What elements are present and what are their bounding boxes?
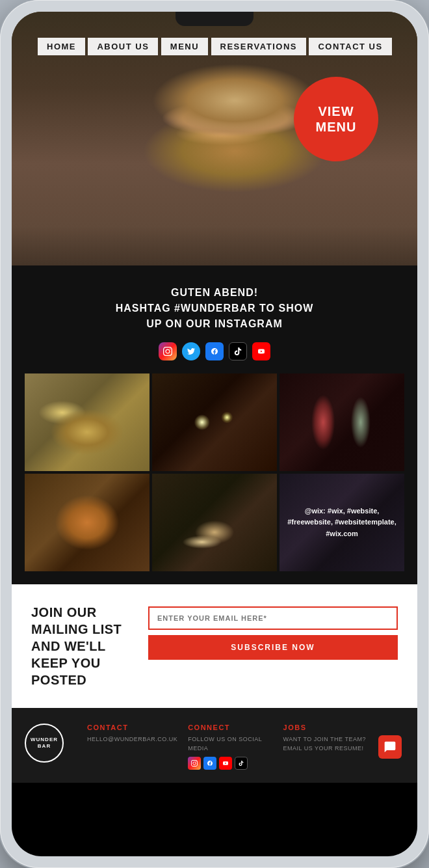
photo-drinks[interactable] (280, 373, 404, 471)
footer-instagram-icon[interactable] (188, 757, 201, 770)
photo-party[interactable] (152, 373, 277, 471)
footer-jobs-col: JOBS WANT TO JOIN THE TEAM? EMAIL US YOU… (283, 724, 368, 753)
photo-payment[interactable] (152, 474, 277, 571)
instagram-title-line1: GUTEN ABEND! (171, 287, 258, 298)
nav-menu: HOME ABOUT US MENU RESERVATIONS CONTACT … (38, 38, 392, 59)
chat-button[interactable] (378, 735, 402, 759)
footer-connect-text: FOLLOW US ON SOCIAL MEDIA (188, 735, 272, 753)
mailing-title: JOIN OUR MAILING LIST AND WE'LL KEEP YOU… (31, 604, 135, 688)
hero-overlay (12, 226, 417, 265)
footer-social-icons (188, 757, 272, 770)
hero-section: HOME ABOUT US MENU RESERVATIONS CONTACT … (12, 12, 417, 265)
footer-logo: WUNDER BAR (25, 724, 64, 763)
email-input[interactable] (148, 606, 398, 630)
footer: WUNDER BAR CONTACT HELLO@WUNDERBAR.CO.UK… (12, 708, 417, 783)
phone-frame: HOME ABOUT US MENU RESERVATIONS CONTACT … (0, 0, 429, 868)
mailing-line3: AND WE'LL (31, 639, 106, 653)
footer-contact-heading: CONTACT (87, 724, 177, 731)
mailing-line1: JOIN OUR (31, 605, 97, 619)
view-menu-button[interactable]: VIEW MENU (294, 77, 378, 161)
footer-facebook-icon[interactable] (203, 757, 216, 770)
footer-jobs-text: WANT TO JOIN THE TEAM? EMAIL US YOUR RES… (283, 735, 368, 753)
nav-item-reservations[interactable]: RESERVATIONS (211, 38, 306, 55)
nav-item-menu[interactable]: MENU (161, 38, 208, 55)
mailing-section: JOIN OUR MAILING LIST AND WE'LL KEEP YOU… (12, 584, 417, 708)
footer-youtube-icon[interactable] (219, 757, 232, 770)
phone-screen: HOME ABOUT US MENU RESERVATIONS CONTACT … (12, 12, 417, 856)
twitter-icon[interactable] (182, 342, 200, 360)
nav-item-home[interactable]: HOME (38, 38, 85, 55)
facebook-icon[interactable] (205, 342, 224, 360)
footer-jobs-heading: JOBS (283, 724, 368, 731)
social-icons-bar (25, 342, 404, 360)
photo-grid: @wix: #wix, #website, #freewebsite, #web… (25, 373, 404, 571)
view-menu-line1: VIEW (318, 103, 354, 119)
photo-crab[interactable] (25, 474, 150, 571)
footer-contact-col: CONTACT HELLO@WUNDERBAR.CO.UK (87, 724, 177, 744)
footer-contact-email[interactable]: HELLO@WUNDERBAR.CO.UK (87, 735, 177, 744)
instagram-section: GUTEN ABEND! HASHTAG #WUNDERBAR TO SHOW … (12, 265, 417, 584)
mailing-line4: KEEP YOU (31, 656, 101, 670)
footer-tiktok-icon[interactable] (235, 757, 248, 770)
nav-item-contact[interactable]: CONTACT US (309, 38, 391, 55)
subscribe-button[interactable]: SUBSCRIBE NOW (148, 635, 398, 660)
mailing-form: SUBSCRIBE NOW (148, 604, 398, 660)
phone-notch (176, 12, 254, 26)
footer-connect-col: CONNECT FOLLOW US ON SOCIAL MEDIA (188, 724, 272, 770)
instagram-title-line3: UP ON OUR INSTAGRAM (146, 318, 283, 329)
mailing-line2: MAILING LIST (31, 622, 122, 636)
nav-item-about[interactable]: ABOUT US (88, 38, 158, 55)
instagram-icon[interactable] (159, 342, 177, 360)
mailing-text: JOIN OUR MAILING LIST AND WE'LL KEEP YOU… (31, 604, 135, 688)
instagram-title: GUTEN ABEND! HASHTAG #WUNDERBAR TO SHOW … (25, 285, 404, 332)
hashtag-text: @wix: #wix, #website, #freewebsite, #web… (280, 500, 404, 545)
footer-connect-heading: CONNECT (188, 724, 272, 731)
photo-hashtag[interactable]: @wix: #wix, #website, #freewebsite, #web… (280, 474, 404, 571)
view-menu-line2: MENU (316, 119, 357, 135)
youtube-icon[interactable] (252, 342, 270, 360)
photo-food1[interactable] (25, 373, 150, 471)
tiktok-icon[interactable] (229, 342, 247, 360)
footer-logo-text: WUNDER BAR (26, 737, 62, 749)
instagram-title-line2: HASHTAG #WUNDERBAR TO SHOW (116, 303, 314, 314)
mailing-line5: POSTED (31, 673, 86, 687)
